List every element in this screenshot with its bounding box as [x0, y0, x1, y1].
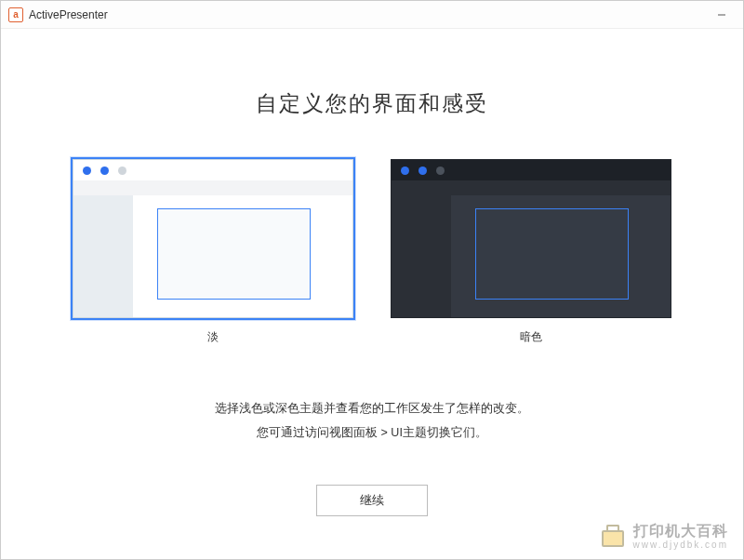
- theme-option-dark: 暗色: [389, 157, 673, 345]
- description-line-1: 选择浅色或深色主题并查看您的工作区发生了怎样的改变。: [20, 396, 724, 420]
- minimize-button[interactable]: [708, 6, 736, 24]
- preview-mainarea: [451, 195, 671, 317]
- preview-canvas: [475, 208, 629, 300]
- preview-tabbar: [73, 180, 352, 195]
- titlebar: a ActivePresenter: [1, 1, 743, 29]
- preview-dot-icon: [418, 167, 427, 175]
- preview-dot-icon: [436, 167, 445, 175]
- preview-rightpanel: [349, 195, 352, 317]
- preview-dot-icon: [401, 167, 409, 175]
- app-icon: a: [8, 7, 23, 22]
- preview-mainarea: [133, 195, 349, 317]
- preview-body: [73, 195, 352, 317]
- preview-titlebar: [392, 160, 671, 180]
- description-line-2: 您可通过访问视图面板 > UI主题切换它们。: [20, 420, 724, 445]
- theme-chooser: 淡: [20, 157, 724, 345]
- watermark-url: www.djydbk.com: [633, 540, 728, 550]
- preview-body: [392, 195, 671, 317]
- preview-dot-icon: [100, 167, 109, 175]
- watermark-title: 打印机大百科: [633, 523, 728, 540]
- app-title: ActivePresenter: [29, 8, 108, 21]
- theme-option-light: 淡: [71, 157, 355, 345]
- preview-sidebar: [392, 195, 451, 317]
- window-controls: [708, 6, 736, 24]
- preview-tabbar: [392, 180, 671, 195]
- preview-canvas: [157, 208, 311, 300]
- preview-dot-icon: [118, 167, 126, 175]
- theme-card-dark[interactable]: [389, 157, 673, 320]
- preview-titlebar: [73, 160, 352, 180]
- theme-label-dark: 暗色: [389, 329, 673, 345]
- watermark: 打印机大百科 www.djydbk.com: [600, 523, 728, 550]
- page-heading: 自定义您的界面和感受: [20, 89, 724, 118]
- theme-preview-light: [73, 159, 353, 318]
- content-area: 自定义您的界面和感受: [1, 89, 743, 516]
- theme-label-light: 淡: [71, 329, 355, 345]
- printer-icon: [600, 525, 628, 549]
- preview-dot-icon: [83, 167, 91, 175]
- continue-button[interactable]: 继续: [316, 485, 428, 516]
- preview-sidebar: [73, 195, 133, 317]
- theme-card-light[interactable]: [71, 157, 355, 320]
- window-frame: a ActivePresenter 自定义您的界面和感受: [0, 0, 744, 560]
- description-text: 选择浅色或深色主题并查看您的工作区发生了怎样的改变。 您可通过访问视图面板 > …: [20, 396, 724, 446]
- theme-preview-dark: [391, 159, 671, 318]
